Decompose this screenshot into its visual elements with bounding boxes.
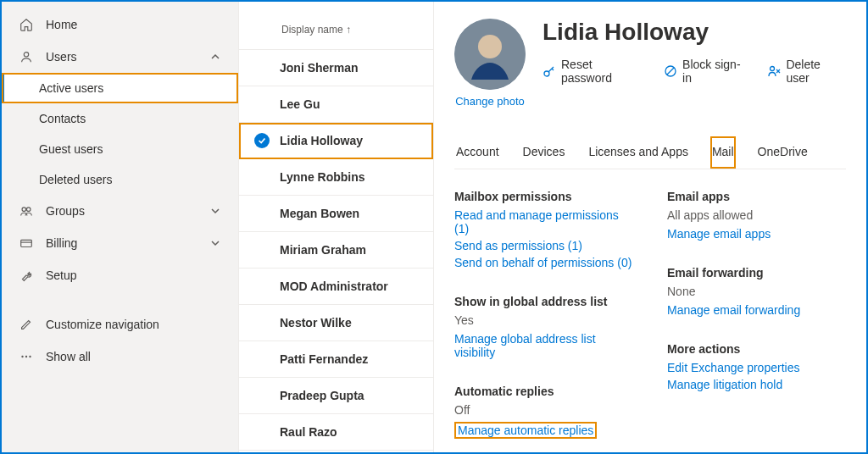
nav-groups[interactable]: Groups: [2, 195, 238, 227]
svg-rect-3: [21, 240, 32, 246]
nav-guest-users[interactable]: Guest users: [2, 134, 238, 164]
nav-label: Home: [46, 18, 221, 31]
gal-section: Show in global address list Yes Manage g…: [454, 295, 633, 363]
user-name: Lidia Holloway: [280, 134, 363, 147]
user-row[interactable]: Lee Gu: [239, 86, 433, 123]
svg-point-8: [478, 35, 502, 58]
ellipsis-icon: [19, 349, 34, 364]
check-icon: [254, 133, 270, 148]
edit-exchange-link[interactable]: Edit Exchange properties: [667, 361, 846, 374]
user-name: Lee Gu: [280, 97, 320, 111]
pencil-icon: [19, 317, 34, 332]
sidebar: Home Users Active users Contacts Guest u…: [2, 2, 239, 452]
user-title: Lidia Holloway: [542, 19, 846, 46]
user-row[interactable]: Patti Fernandez: [239, 341, 433, 378]
avatar: [454, 19, 526, 90]
tab-mail[interactable]: Mail: [710, 136, 736, 169]
manage-forwarding-link[interactable]: Manage email forwarding: [667, 303, 846, 317]
user-name: Pradeep Gupta: [280, 389, 364, 402]
user-name: Lynne Robbins: [280, 170, 365, 184]
nav-active-users[interactable]: Active users: [2, 73, 238, 103]
action-label: Block sign-in: [682, 58, 748, 85]
wrench-icon: [19, 268, 34, 283]
user-row[interactable]: MOD Administrator: [239, 269, 433, 305]
user-name: Raul Razo: [280, 425, 337, 439]
sendbehalf-permissions-link[interactable]: Send on behalf of permissions (0): [454, 256, 633, 269]
chevron-down-icon: [209, 205, 221, 217]
nav-show-all[interactable]: Show all: [2, 340, 238, 373]
column-header[interactable]: Display name ↑: [239, 15, 433, 50]
nav-users[interactable]: Users: [2, 41, 238, 73]
nav-label: Setup: [46, 269, 221, 282]
section-title: Mailbox permissions: [454, 190, 633, 203]
detail-panel: Change photo Lidia Holloway Reset passwo…: [434, 2, 866, 452]
user-name: Joni Sherman: [280, 61, 359, 75]
svg-point-4: [21, 356, 23, 357]
nav-contacts[interactable]: Contacts: [2, 103, 238, 134]
litigation-hold-link[interactable]: Manage litigation hold: [667, 378, 846, 391]
block-signin-action[interactable]: Block sign-in: [664, 58, 748, 85]
autoreply-value: Off: [454, 403, 633, 417]
emailapps-value: All apps allowed: [667, 208, 846, 222]
sendas-permissions-link[interactable]: Send as permissions (1): [454, 239, 633, 252]
user-name: Miriam Graham: [280, 243, 366, 257]
nav-customize[interactable]: Customize navigation: [2, 308, 238, 340]
section-title: Email forwarding: [667, 266, 846, 280]
change-photo-link[interactable]: Change photo: [455, 95, 525, 108]
user-row[interactable]: Pradeep Gupta: [239, 378, 433, 414]
nav-home[interactable]: Home: [2, 8, 238, 41]
groups-icon: [19, 203, 34, 219]
nav-label: Deleted users: [39, 173, 112, 186]
forwarding-section: Email forwarding None Manage email forwa…: [667, 266, 846, 320]
section-title: Automatic replies: [454, 385, 633, 398]
section-title: Email apps: [667, 190, 846, 203]
svg-point-1: [22, 208, 26, 212]
manage-gal-link[interactable]: Manage global address list visibility: [454, 332, 633, 359]
user-row[interactable]: Nestor Wilke: [239, 305, 433, 341]
nav-label: Groups: [46, 204, 198, 218]
manage-emailapps-link[interactable]: Manage email apps: [667, 227, 846, 241]
gal-value: Yes: [454, 313, 633, 327]
user-name: Megan Bowen: [280, 207, 359, 220]
tab-licenses[interactable]: Licenses and Apps: [587, 136, 690, 169]
svg-point-2: [26, 208, 31, 212]
user-name: Patti Fernandez: [280, 352, 368, 366]
billing-icon: [19, 235, 34, 251]
user-icon: [19, 49, 34, 64]
read-permissions-link[interactable]: Read and manage permissions (1): [454, 208, 633, 235]
user-row[interactable]: Joni Sherman: [239, 50, 433, 86]
nav-label: Show all: [46, 350, 221, 363]
svg-point-0: [24, 53, 28, 57]
user-row[interactable]: Lidia Holloway: [239, 123, 433, 159]
user-row[interactable]: Miriam Graham: [239, 232, 433, 269]
manage-autoreply-link[interactable]: Manage automatic replies: [454, 422, 597, 439]
nav-setup[interactable]: Setup: [2, 259, 238, 291]
nav-label: Users: [46, 50, 198, 64]
chevron-up-icon: [209, 51, 221, 63]
nav-label: Contacts: [39, 112, 86, 125]
more-actions-section: More actions Edit Exchange properties Ma…: [667, 342, 846, 395]
delete-user-action[interactable]: Delete user: [767, 58, 846, 85]
svg-point-6: [29, 356, 31, 357]
nav-label: Customize navigation: [46, 318, 221, 331]
user-row[interactable]: Raul Razo: [239, 414, 433, 451]
reset-password-action[interactable]: Reset password: [542, 58, 645, 85]
nav-label: Billing: [46, 236, 198, 250]
autoreply-section: Automatic replies Off Manage automatic r…: [454, 385, 633, 442]
user-row[interactable]: Megan Bowen: [239, 196, 433, 232]
section-title: More actions: [667, 342, 846, 356]
tab-account[interactable]: Account: [454, 136, 501, 169]
tab-devices[interactable]: Devices: [521, 136, 567, 169]
nav-deleted-users[interactable]: Deleted users: [2, 164, 238, 195]
user-name: Nestor Wilke: [280, 316, 352, 329]
nav-billing[interactable]: Billing: [2, 227, 238, 259]
block-icon: [664, 64, 677, 78]
tab-onedrive[interactable]: OneDrive: [756, 136, 810, 169]
section-title: Show in global address list: [454, 295, 633, 308]
svg-point-11: [771, 67, 775, 71]
svg-point-5: [25, 356, 27, 357]
email-apps-section: Email apps All apps allowed Manage email…: [667, 190, 846, 244]
user-row[interactable]: Lynne Robbins: [239, 159, 433, 196]
chevron-down-icon: [209, 237, 221, 249]
delete-user-icon: [767, 64, 781, 78]
